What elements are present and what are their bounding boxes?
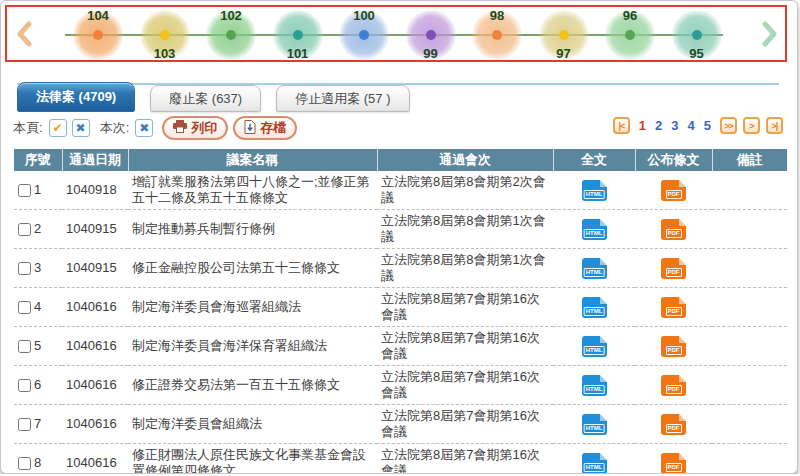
pdf-file-icon[interactable]: PDF [661, 336, 686, 357]
timeline-year-97[interactable]: 97 [539, 10, 589, 60]
timeline-dot [293, 30, 303, 40]
row-checkbox[interactable] [18, 184, 31, 197]
timeline-year-100[interactable]: 100 [339, 10, 389, 60]
page-number-5[interactable]: 5 [703, 118, 712, 133]
pdf-icon-label: PDF [666, 385, 682, 394]
timeline-year-label: 104 [87, 9, 109, 23]
page-number-2[interactable]: 2 [654, 118, 663, 133]
html-file-icon[interactable]: HTML [582, 375, 607, 396]
pass-date: 1040616 [62, 366, 128, 405]
timeline-year-102[interactable]: 102 [206, 10, 256, 60]
remark-cell [712, 171, 787, 210]
timeline-year-99[interactable]: 99 [406, 10, 456, 60]
clear-batch-button[interactable]: ✖ [135, 119, 153, 137]
clear-page-button[interactable]: ✖ [72, 119, 90, 137]
tab-inactive[interactable]: 廢止案 (637) [150, 85, 261, 112]
bill-name: 增訂就業服務法第四十八條之一;並修正第五十二條及第五十五條條文 [128, 171, 377, 210]
bill-name: 制定推動募兵制暫行條例 [128, 210, 377, 249]
html-file-icon[interactable]: HTML [582, 336, 607, 357]
html-file-icon[interactable]: HTML [582, 414, 607, 435]
pass-session: 立法院第8屆第7會期第16次會議 [377, 444, 553, 475]
pdf-icon-label: PDF [666, 424, 682, 433]
save-button[interactable]: 存檔 [233, 116, 297, 140]
pass-session: 立法院第8屆第7會期第16次會議 [377, 405, 553, 444]
results-table: 序號通過日期議案名稱通過會次全文公布條文備註 11040918增訂就業服務法第四… [14, 149, 787, 474]
pass-session: 立法院第8屆第7會期第16次會議 [377, 288, 553, 327]
timeline-prev-icon[interactable] [15, 21, 35, 47]
remark-cell [712, 327, 787, 366]
remark-cell [712, 288, 787, 327]
timeline-year-101[interactable]: 101 [273, 10, 323, 60]
pdf-icon-label: PDF [666, 463, 682, 472]
pdf-file-icon[interactable]: PDF [661, 453, 686, 474]
row-checkbox[interactable] [18, 340, 31, 353]
pdf-file-icon[interactable]: PDF [661, 297, 686, 318]
timeline-year-label: 96 [623, 9, 637, 23]
pdf-file-icon[interactable]: PDF [661, 414, 686, 435]
tab-active[interactable]: 法律案 (4709) [17, 82, 135, 112]
timeline-year-98[interactable]: 98 [472, 10, 522, 60]
remark-cell [712, 210, 787, 249]
print-button-label: 列印 [191, 119, 217, 137]
row-checkbox[interactable] [18, 457, 31, 470]
table-row: 31040915修正金融控股公司法第五十三條條文立法院第8屆第8會期第1次會議H… [14, 249, 787, 288]
html-icon-label: HTML [584, 229, 605, 238]
first-page-button[interactable]: |< [613, 117, 630, 134]
row-checkbox[interactable] [18, 262, 31, 275]
column-header: 序號 [14, 149, 62, 171]
html-icon-label: HTML [584, 307, 605, 316]
html-file-icon[interactable]: HTML [582, 297, 607, 318]
bill-name: 制定海洋委員會組織法 [128, 405, 377, 444]
html-icon-label: HTML [584, 268, 605, 277]
pdf-file-icon[interactable]: PDF [661, 180, 686, 201]
timeline-year-label: 103 [154, 47, 176, 61]
select-page-label: 本頁: [13, 119, 43, 137]
next-page-button[interactable]: > [743, 117, 760, 134]
timeline-year-95[interactable]: 95 [672, 10, 722, 60]
remark-cell [712, 366, 787, 405]
table-row: 21040915制定推動募兵制暫行條例立法院第8屆第8會期第1次會議HTMLPD… [14, 210, 787, 249]
timeline-year-104[interactable]: 104 [73, 10, 123, 60]
pdf-file-icon[interactable]: PDF [661, 375, 686, 396]
html-file-icon[interactable]: HTML [582, 219, 607, 240]
html-file-icon[interactable]: HTML [582, 180, 607, 201]
last-page-button[interactable]: >| [766, 117, 783, 134]
page-number-3[interactable]: 3 [670, 118, 679, 133]
row-number: 4 [34, 299, 41, 315]
row-checkbox[interactable] [18, 379, 31, 392]
x-icon: ✖ [76, 122, 86, 134]
pass-date: 1040616 [62, 288, 128, 327]
select-all-page-button[interactable]: ✔ [49, 119, 67, 137]
html-file-icon[interactable]: HTML [582, 258, 607, 279]
html-icon-label: HTML [584, 424, 605, 433]
timeline-year-96[interactable]: 96 [605, 10, 655, 60]
next-group-button[interactable]: >> [720, 117, 737, 134]
pass-date: 1040616 [62, 444, 128, 475]
timeline-dot [492, 30, 502, 40]
html-file-icon[interactable]: HTML [582, 453, 607, 474]
row-checkbox[interactable] [18, 301, 31, 314]
column-header: 全文 [553, 149, 635, 171]
timeline-year-label: 101 [287, 47, 309, 61]
timeline-next-icon[interactable] [759, 21, 779, 47]
timeline-year-label: 95 [689, 47, 703, 61]
bill-name: 修正金融控股公司法第五十三條條文 [128, 249, 377, 288]
row-number: 3 [34, 260, 41, 276]
pdf-file-icon[interactable]: PDF [661, 219, 686, 240]
print-button[interactable]: 列印 [162, 116, 228, 140]
row-checkbox[interactable] [18, 223, 31, 236]
pass-date: 1040915 [62, 210, 128, 249]
row-checkbox[interactable] [18, 418, 31, 431]
timeline-dot [692, 30, 702, 40]
table-row: 51040616制定海洋委員會海洋保育署組織法立法院第8屆第7會期第16次會議H… [14, 327, 787, 366]
page-number-4[interactable]: 4 [687, 118, 696, 133]
save-file-icon [244, 120, 256, 137]
pass-session: 立法院第8屆第8會期第2次會議 [377, 171, 553, 210]
remark-cell [712, 444, 787, 475]
row-number: 2 [34, 221, 41, 237]
pdf-file-icon[interactable]: PDF [661, 258, 686, 279]
timeline-dot [359, 30, 369, 40]
tab-inactive[interactable]: 停止適用案 (57 ) [276, 85, 409, 112]
page-number-1[interactable]: 1 [638, 118, 647, 133]
timeline-year-103[interactable]: 103 [140, 10, 190, 60]
